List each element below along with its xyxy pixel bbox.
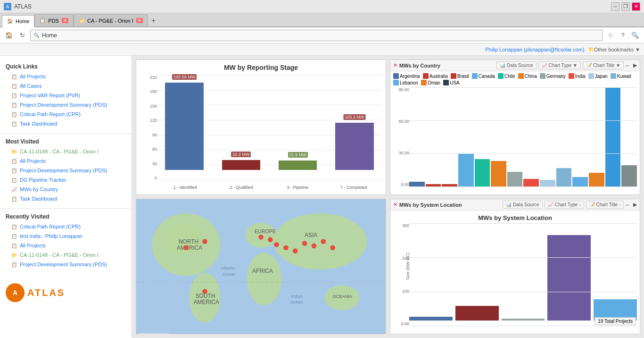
bar-pipeline[interactable]: 21.5 MW xyxy=(279,161,317,170)
minimize-button[interactable]: ─ xyxy=(611,2,619,11)
sidebar-item-pvr[interactable]: 📋 Project VAR Report (PVR) xyxy=(0,91,132,100)
bar-group-2: 21.5 MW xyxy=(271,75,325,170)
country-bar-ca[interactable] xyxy=(458,154,474,187)
bar-qualified[interactable]: 22.2 MW xyxy=(222,160,260,170)
new-tab-button[interactable]: + xyxy=(148,15,159,26)
svg-text:Ocean: Ocean xyxy=(223,272,235,277)
country-bar-de[interactable] xyxy=(507,172,523,187)
bar-identified[interactable]: 193.59 MW xyxy=(165,83,203,170)
system-location-chart-title: MWs by System Location xyxy=(390,211,640,223)
map-marker-1[interactable] xyxy=(202,239,207,244)
quick-links-title: Quick Links xyxy=(0,60,132,72)
map-marker-7[interactable] xyxy=(302,241,307,246)
window-controls[interactable]: ─ ❐ ✕ xyxy=(611,2,640,11)
tab-home[interactable]: 🏠 Home xyxy=(2,15,34,27)
refresh-button[interactable]: ↻ xyxy=(17,30,27,41)
country-chart-title-btn[interactable]: 📝 Chart Title ▼ xyxy=(583,61,624,69)
system-bar-2[interactable] xyxy=(502,319,545,321)
mv-item-pipeline[interactable]: 📋 DG Pipeline Tracker xyxy=(0,175,132,185)
rv-item-pds[interactable]: 📋 Project Development Summary (PDS) xyxy=(0,260,132,269)
legend-oman: Oman xyxy=(421,80,440,85)
rv-item-ca[interactable]: 📁 CA-11-0148 - CA - PG&E - Orion I xyxy=(0,250,132,260)
country-bar-lb[interactable] xyxy=(572,177,588,187)
help-button[interactable]: ? xyxy=(618,30,628,41)
country-chart-type-btn[interactable]: 📈 Chart Type ▼ xyxy=(538,61,581,69)
mv-item-pds[interactable]: 📋 Project Development Summary (PDS) xyxy=(0,166,132,175)
app-icon: A xyxy=(4,3,11,10)
system-bar-1[interactable] xyxy=(455,306,499,321)
map-marker-10[interactable] xyxy=(330,245,335,251)
y-axis: 210 180 150 120 90 60 30 0 xyxy=(140,75,157,191)
sidebar-item-pds[interactable]: 📋 Project Development Summary (PDS) xyxy=(0,100,132,110)
map-marker-2[interactable] xyxy=(258,235,264,240)
country-expand-icon[interactable]: ▶ xyxy=(633,62,637,68)
map-marker-3[interactable] xyxy=(268,237,273,242)
system-close-icon[interactable]: ✕ xyxy=(393,202,397,208)
country-bar-om[interactable] xyxy=(589,173,604,187)
tab-pds[interactable]: 📋 PDS ✕ xyxy=(34,14,74,26)
settings-button[interactable]: 🔍 xyxy=(630,30,640,41)
country-minimize-icon[interactable]: ─ xyxy=(626,63,629,68)
country-bar-kw[interactable] xyxy=(556,168,572,187)
bookmark-star[interactable]: ☆ xyxy=(605,30,616,41)
system-chart-area: 300 200 100 0.00 Size (MW DC) xyxy=(390,223,640,334)
mv-item-all-projects[interactable]: 📋 All Projects xyxy=(0,156,132,166)
restore-button[interactable]: ❐ xyxy=(621,2,630,11)
other-bookmarks[interactable]: Other bookmarks ▼ xyxy=(594,47,640,52)
country-bar-cn[interactable] xyxy=(491,161,506,187)
mv-item-country[interactable]: 📈 MWs by Country xyxy=(0,185,132,194)
map-marker-11[interactable] xyxy=(202,289,207,294)
country-bar-us[interactable] xyxy=(605,87,621,187)
sidebar-item-all-cases[interactable]: 📋 All Cases xyxy=(0,81,132,91)
rv-item-test[interactable]: 📋 test india - Philip Lonappan xyxy=(0,231,132,241)
legend-usa: USA xyxy=(443,80,460,85)
sidebar-item-cpr[interactable]: 📋 Critical Path Report (CPR) xyxy=(0,110,132,119)
map-marker-6[interactable] xyxy=(293,248,298,254)
tab-ca[interactable]: 📁 CA - PG&E - Orion I ✕ xyxy=(74,14,148,26)
mv-item-task[interactable]: 📋 Task Dashboard xyxy=(0,194,132,203)
rv-item-all-projects[interactable]: 📋 All Projects xyxy=(0,241,132,250)
system-bar-3[interactable] xyxy=(547,235,591,321)
recently-visited-section: Recently Visited 📋 Critical Path Report … xyxy=(0,211,132,269)
country-close-icon[interactable]: ✕ xyxy=(393,62,397,68)
country-data-source-btn[interactable]: 📊 Data Source xyxy=(496,61,537,69)
sidebar: Quick Links 📋 All Projects 📋 All Cases 📋… xyxy=(0,56,132,338)
x-labels: 1 - Identified 2 - Qualified 3 - Pipelin… xyxy=(157,185,382,190)
country-bar-in[interactable] xyxy=(523,179,539,187)
bar-completed[interactable]: 105.3 MW xyxy=(335,123,373,170)
back-button[interactable]: 🏠 xyxy=(4,30,14,41)
country-bar-zz[interactable] xyxy=(621,165,637,187)
charts-grid: MW by Reporting Stage 210 180 150 120 90… xyxy=(132,56,644,338)
address-display[interactable]: Home xyxy=(42,32,599,39)
system-chart-type-btn[interactable]: 📈 Chart Type - xyxy=(545,201,584,209)
quick-links-section: Quick Links 📋 All Projects 📋 All Cases 📋… xyxy=(0,60,132,128)
tab-pds-close[interactable]: ✕ xyxy=(62,18,68,23)
close-button[interactable]: ✕ xyxy=(632,2,640,11)
system-minimize-icon[interactable]: ─ xyxy=(626,202,629,208)
most-visited-section: Most Visited 📁 CA-11-0148 - CA - PG&E - … xyxy=(0,135,132,203)
sidebar-item-task-dashboard[interactable]: 📋 Task Dashboard xyxy=(0,119,132,128)
map-marker-5[interactable] xyxy=(283,245,289,251)
country-bar-jp[interactable] xyxy=(540,180,555,187)
system-bar-0[interactable] xyxy=(409,317,453,321)
system-chart-title-btn[interactable]: 📝 Chart Title - xyxy=(586,201,624,209)
rv-item-cpr[interactable]: 📋 Critical Path Report (CPR) xyxy=(0,222,132,231)
app-title: ATLAS xyxy=(14,3,611,10)
atlas-logo-text: ATLAS xyxy=(27,287,65,298)
system-bars xyxy=(409,223,637,326)
mv-item-ca[interactable]: 📁 CA-11-0148 - CA - PG&E - Orion I xyxy=(0,147,132,156)
svg-text:ASIA: ASIA xyxy=(305,232,317,238)
map-marker-4[interactable] xyxy=(274,242,279,247)
system-expand-icon[interactable]: ▶ xyxy=(633,202,637,208)
address-bar: 🏠 ↻ 🔍 Home ☆ ? 🔍 xyxy=(0,27,644,43)
country-bar-ar[interactable] xyxy=(409,182,425,187)
country-bar-cl[interactable] xyxy=(475,159,490,187)
tab-ca-close[interactable]: ✕ xyxy=(136,18,143,23)
country-bar-br[interactable] xyxy=(442,184,457,187)
sidebar-item-all-projects[interactable]: 📋 All Projects xyxy=(0,72,132,81)
map-marker-9[interactable] xyxy=(321,239,326,244)
map-marker-8[interactable] xyxy=(312,244,317,249)
system-data-source-btn[interactable]: 📊 Data Source xyxy=(503,201,543,209)
country-bar-au[interactable] xyxy=(426,184,441,187)
map-marker-0[interactable] xyxy=(184,245,189,251)
